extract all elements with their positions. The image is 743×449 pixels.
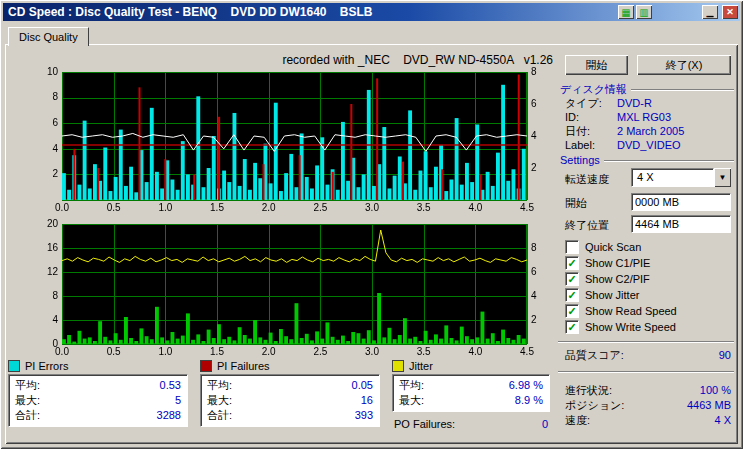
close-icon: ✕: [726, 8, 734, 17]
disc-info-row: タイプ:DVD-R: [565, 96, 731, 110]
end-position-input[interactable]: [631, 215, 731, 233]
pi-failures-legend-swatch: [200, 360, 212, 372]
speed-select-value: 4 X: [631, 168, 714, 187]
stat-label: 最大:: [399, 393, 424, 408]
separator-line: [631, 89, 734, 91]
stat-value: 393: [355, 408, 373, 423]
checkbox-box[interactable]: ✓: [565, 272, 579, 286]
stat-value: 16: [361, 393, 373, 408]
start-position-input[interactable]: [631, 193, 731, 211]
checkbox-show-read-speed[interactable]: ✓Show Read Speed: [565, 303, 731, 319]
chart-header: recorded with _NEC DVD_RW ND-4550A v1.26: [8, 53, 559, 67]
pi-errors-chart: [8, 66, 553, 216]
titlebar[interactable]: CD Speed : Disc Quality Test - BENQ DVD …: [3, 3, 740, 21]
disc-info-label: ID:: [565, 110, 617, 124]
graph-icon-button[interactable]: ▦: [618, 5, 634, 19]
pi-errors-legend-label: PI Errors: [25, 360, 68, 372]
po-failures-value: 0: [542, 417, 548, 431]
tab-label: Disc Quality: [19, 31, 78, 43]
pi-errors-legend: PI Errors: [8, 360, 188, 372]
start-button-label: 開始: [586, 58, 608, 73]
disc-info-value: 2 March 2005: [617, 124, 684, 138]
save-icon: ▥: [639, 8, 648, 17]
stat-value: 0.05: [352, 378, 373, 393]
pi-failures-stat-row: 最大:16: [207, 393, 373, 408]
checkbox-show-c1-pie[interactable]: ✓Show C1/PIE: [565, 255, 731, 271]
end-position-label: 終了位置: [565, 218, 609, 233]
save-icon-button[interactable]: ▥: [636, 5, 652, 19]
pi-errors-stat-row: 合計:3288: [15, 408, 181, 423]
disc-info-row: ID:MXL RG03: [565, 110, 731, 124]
speed-select[interactable]: 4 X ▼: [631, 168, 731, 187]
stat-value: 6.98 %: [509, 378, 543, 393]
disc-info-label: Label:: [565, 138, 617, 152]
checkbox-box[interactable]: [565, 240, 579, 254]
jitter-stat-box: 平均:6.98 %最大:8.9 %: [392, 374, 550, 412]
start-position-label: 開始: [565, 196, 587, 211]
exit-button-label: 終了(X): [666, 58, 703, 73]
speed-label: 転送速度: [565, 172, 609, 187]
checkbox-show-write-speed[interactable]: ✓Show Write Speed: [565, 319, 731, 335]
pi-failures-legend: PI Failures: [200, 360, 380, 372]
status-rows: 進行状況:100 %ポジション:4463 MB速度:4 X: [565, 383, 731, 428]
minimize-button[interactable]: ▁: [702, 5, 718, 19]
separator-line: [604, 160, 734, 162]
window-title: CD Speed : Disc Quality Test - BENQ DVD …: [3, 5, 373, 19]
graph-icon: ▦: [621, 8, 630, 17]
checkbox-show-c2-pif[interactable]: ✓Show C2/PIF: [565, 271, 731, 287]
stat-label: 最大:: [207, 393, 232, 408]
quality-score-value: 90: [719, 348, 731, 362]
disc-info-title: ディスク情報: [560, 82, 627, 97]
checkbox-label: Show Write Speed: [585, 321, 676, 333]
checkbox-label: Show C2/PIF: [585, 273, 650, 285]
checkbox-show-jitter[interactable]: ✓Show Jitter: [565, 287, 731, 303]
pi-errors-stats: PI Errors平均:0.53最大:5合計:3288: [8, 360, 188, 427]
start-button[interactable]: 開始: [565, 55, 628, 75]
pi-errors-stat-row: 平均:0.53: [15, 378, 181, 393]
status-label: 速度:: [565, 413, 590, 428]
disc-info-value: DVD_VIDEO: [617, 138, 681, 152]
checkbox-quick-scan[interactable]: Quick Scan: [565, 239, 731, 255]
stat-label: 平均:: [207, 378, 232, 393]
status-value: 100 %: [700, 383, 731, 398]
separator-line: [558, 371, 734, 373]
checkbox-label: Show C1/PIE: [585, 257, 650, 269]
disc-info-row: 日付:2 March 2005: [565, 124, 731, 138]
stat-value: 0.53: [160, 378, 181, 393]
disc-info-rows: タイプ:DVD-RID:MXL RG03日付:2 March 2005Label…: [565, 96, 731, 152]
stat-label: 合計:: [15, 408, 40, 423]
pi-errors-stat-box: 平均:0.53最大:5合計:3288: [8, 374, 188, 427]
jitter-stats: Jitter平均:6.98 %最大:8.9 %PO Failures:0: [392, 360, 550, 431]
pi-failures-jitter-chart: [8, 218, 553, 360]
pi-failures-stat-row: 合計:393: [207, 408, 373, 423]
chevron-down-icon[interactable]: ▼: [714, 168, 731, 187]
jitter-legend-swatch: [392, 360, 404, 372]
settings-title: Settings: [560, 154, 600, 166]
exit-button[interactable]: 終了(X): [637, 55, 731, 75]
checkbox-label: Show Jitter: [585, 289, 639, 301]
stat-value: 8.9 %: [515, 393, 543, 408]
quality-score-row: 品質スコア: 90: [565, 348, 731, 362]
status-label: 進行状況:: [565, 383, 612, 398]
pi-errors-legend-swatch: [8, 360, 20, 372]
status-value: 4463 MB: [687, 398, 731, 413]
po-failures-label: PO Failures:: [394, 417, 455, 431]
settings-header: Settings: [560, 154, 734, 166]
pi-errors-stat-row: 最大:5: [15, 393, 181, 408]
jitter-stat-row: 平均:6.98 %: [399, 378, 543, 393]
checkbox-label: Quick Scan: [585, 241, 641, 253]
jitter-legend-label: Jitter: [409, 360, 433, 372]
app-window: CD Speed : Disc Quality Test - BENQ DVD …: [0, 0, 743, 449]
checkbox-box[interactable]: ✓: [565, 256, 579, 270]
pi-failures-stats: PI Failures平均:0.05最大:16合計:393: [200, 360, 380, 427]
checkbox-box[interactable]: ✓: [565, 320, 579, 334]
disc-info-header: ディスク情報: [560, 82, 734, 97]
tab-disc-quality[interactable]: Disc Quality: [8, 27, 89, 46]
checkbox-box[interactable]: ✓: [565, 288, 579, 302]
separator-line: [558, 341, 734, 343]
jitter-legend: Jitter: [392, 360, 550, 372]
close-button[interactable]: ✕: [722, 5, 738, 19]
checkbox-label: Show Read Speed: [585, 305, 677, 317]
checkbox-box[interactable]: ✓: [565, 304, 579, 318]
status-row-: 速度:4 X: [565, 413, 731, 428]
